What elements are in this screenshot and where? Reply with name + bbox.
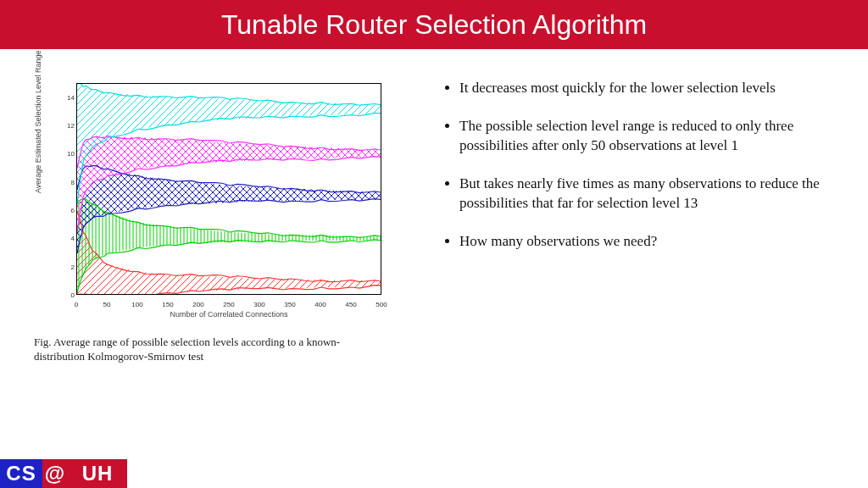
figure-caption: Fig. Average range of possible selection… [34,336,381,364]
x-tick: 400 [314,301,326,308]
chart-svg [77,84,381,295]
bullet-item: How many observations we need? [459,232,851,252]
bullet-item: But takes nearly five times as many obse… [459,175,851,214]
cs-at-uh-logo: CS @ UH [0,459,127,488]
logo-uh: UH [68,459,127,488]
y-tick: 2 [64,263,75,270]
y-tick: 4 [64,235,75,242]
x-tick: 350 [284,301,295,308]
x-tick: 150 [162,301,173,308]
x-tick: 50 [103,301,111,308]
bullet-item: It decreases most quickly for the lower … [459,79,851,98]
bullet-list: It decreases most quickly for the lower … [441,79,851,252]
plot-area [76,83,381,295]
x-tick: 0 [75,301,78,308]
logo-cs: CS [0,459,42,488]
page-title: Tunable Router Selection Algorithm [221,9,647,41]
y-tick: 0 [64,291,75,299]
y-tick: 14 [64,93,75,101]
x-tick: 450 [345,301,356,308]
right-column: It decreases most quickly for the lower … [441,75,851,364]
x-tick: 250 [223,301,234,308]
x-axis-label: Number of Correlated Connections [76,310,381,319]
x-tick: 300 [253,301,264,308]
x-tick: 200 [192,301,203,308]
x-tick: 100 [131,301,142,308]
bullet-item: The possible selection level range is re… [459,117,851,156]
content: Average Estimated Selection Level Range … [0,49,868,364]
chart: Average Estimated Selection Level Range … [34,75,390,320]
y-axis-label: Average Estimated Selection Level Range [34,51,42,193]
title-bar: Tunable Router Selection Algorithm [0,0,868,49]
logo-at: @ [42,459,68,488]
y-tick: 8 [64,178,75,186]
x-tick: 500 [376,301,387,308]
y-tick: 6 [64,207,75,214]
y-tick: 12 [64,122,75,130]
y-tick: 10 [64,150,75,158]
left-column: Average Estimated Selection Level Range … [34,75,407,364]
